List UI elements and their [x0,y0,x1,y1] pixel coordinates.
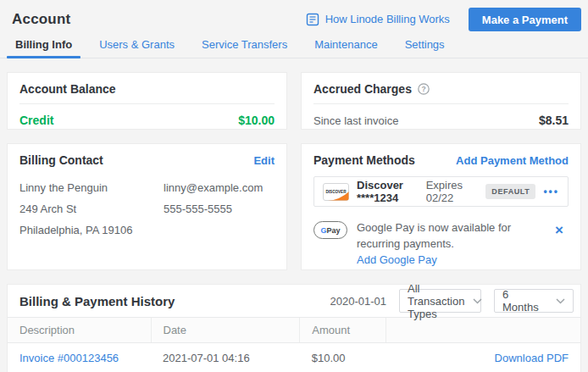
balance-amount: $10.00 [238,114,275,127]
download-pdf-link[interactable]: Download PDF [495,352,569,364]
summary-cards-row: Account Balance Credit $10.00 Accrued Ch… [7,72,581,130]
payment-method-expiry: Expires 02/22 [426,179,472,204]
tab-settings[interactable]: Settings [397,34,453,58]
table-row: Invoice #000123456 2021-07-01 04:16 $10.… [8,343,580,372]
column-header-date[interactable]: Date [151,318,300,343]
make-payment-button[interactable]: Make a Payment [469,8,581,31]
column-header-actions [386,318,580,343]
account-balance-card: Account Balance Credit $10.00 [7,72,287,130]
transaction-type-select[interactable]: All Transaction Types [399,289,481,313]
google-pay-icon: G Pay [313,221,347,239]
google-pay-notice-row: G Pay Google Pay is now available for re… [313,219,569,268]
page-header: Account How Linode Billing Works Make a … [0,0,588,36]
column-header-amount[interactable]: Amount [300,318,386,343]
detail-cards-row: Billing Contact Edit Linny the Penguin 2… [7,143,581,270]
accrued-label: Since last invoice [313,114,398,127]
balance-label: Credit [19,114,53,127]
history-start-date[interactable]: 2020-01-01 [330,295,387,308]
add-google-pay-link[interactable]: Add Google Pay [357,253,437,266]
add-payment-method-link[interactable]: Add Payment Method [456,154,569,167]
account-page: Account How Linode Billing Works Make a … [0,0,588,372]
transaction-type-value: All Transaction Types [408,282,464,320]
divider [19,103,275,104]
tab-maintenance[interactable]: Maintenance [306,34,386,58]
billing-contact-title: Billing Contact [19,153,103,167]
payment-method-row: DISCOVER Discover ****1234 Expires 02/22… [313,176,569,207]
document-icon [306,13,319,26]
divider [313,103,569,104]
billing-docs-link-label: How Linode Billing Works [325,13,450,25]
more-options-icon[interactable]: ••• [543,186,559,197]
column-header-description[interactable]: Description [8,318,151,343]
chevron-down-icon [556,298,565,304]
payment-methods-title: Payment Methods [313,153,415,167]
billing-docs-link[interactable]: How Linode Billing Works [306,13,450,26]
account-balance-title: Account Balance [19,82,275,96]
chevron-down-icon [473,298,482,304]
contact-email: linny@example.com [164,177,263,198]
invoice-link[interactable]: Invoice #000123456 [19,352,119,364]
payment-method-name: Discover ****1234 [357,179,419,204]
tab-users-grants[interactable]: Users & Grants [91,34,183,58]
range-select[interactable]: 6 Months [494,289,574,313]
billing-history-card: Billing & Payment History 2020-01-01 All… [7,284,581,372]
accrued-charges-title: Accrued Charges [313,82,412,96]
history-table: Description Date Amount Invoice #0001234… [8,317,580,372]
help-icon[interactable]: ? [418,83,430,95]
account-tabs: Billing Info Users & Grants Service Tran… [0,36,588,58]
page-title: Account [12,11,70,28]
billing-contact-card: Billing Contact Edit Linny the Penguin 2… [7,143,287,270]
default-badge: DEFAULT [485,184,535,199]
payment-methods-card: Payment Methods Add Payment Method DISCO… [301,143,581,270]
svg-text:DISCOVER: DISCOVER [326,189,347,193]
tab-billing-info[interactable]: Billing Info [7,34,80,58]
billing-history-title: Billing & Payment History [19,294,175,308]
accrued-amount: $8.51 [539,114,569,127]
discover-card-icon: DISCOVER [323,183,349,201]
close-icon[interactable]: × [550,219,569,241]
accrued-charges-card: Accrued Charges ? Since last invoice $8.… [301,72,581,130]
svg-text:?: ? [421,85,425,93]
google-pay-notice: Google Pay is now available for recurrin… [357,219,541,252]
contact-address-line1: 249 Arch St [19,198,164,219]
edit-contact-link[interactable]: Edit [253,154,275,167]
tab-service-transfers[interactable]: Service Transfers [193,34,296,58]
range-value: 6 Months [502,288,547,314]
contact-phone: 555-555-5555 [164,198,263,219]
invoice-amount: $10.00 [300,343,386,372]
invoice-date: 2021-07-01 04:16 [151,343,300,372]
contact-address-line2: Philadelphia, PA 19106 [19,219,164,241]
contact-name: Linny the Penguin [19,177,164,198]
